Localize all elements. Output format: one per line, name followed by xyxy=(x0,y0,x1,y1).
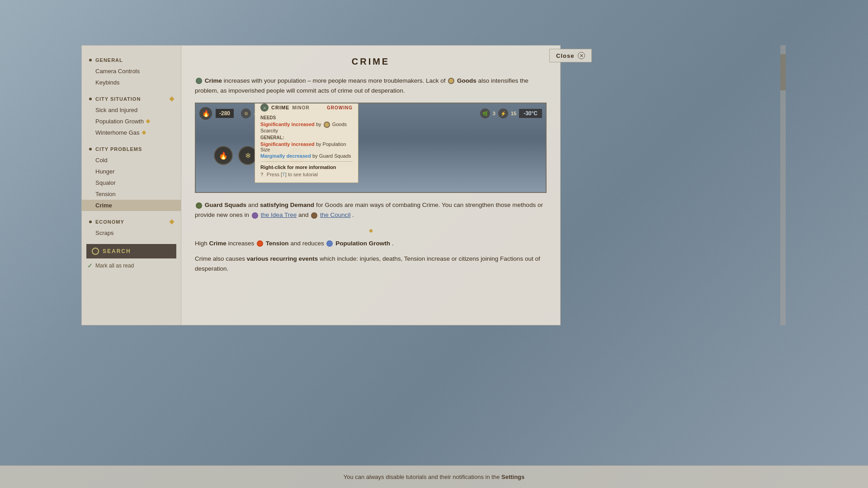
sidebar-section-header-general: GENERAL xyxy=(82,55,181,66)
bullet-icon-2 xyxy=(89,98,92,100)
crime-tutorial-text: ? Press [T] to see tutorial xyxy=(260,172,353,177)
sidebar-scrollbar[interactable] xyxy=(780,45,786,325)
bottom-text-pre: You can always disable tutorials and the… xyxy=(344,474,500,480)
crime-sig-increased-2: Significantly increased xyxy=(260,141,315,147)
hud-icons-right: 🌿 3 ⚡ 15 -30°C xyxy=(480,108,542,118)
page-title: CRIME xyxy=(195,56,547,67)
hud-icon2: ⚡ xyxy=(498,108,508,118)
sidebar-section-general: GENERAL Camera Controls Keybinds xyxy=(82,55,181,88)
crime-word-body2: Crime xyxy=(209,240,226,247)
question-icon: ? xyxy=(260,172,264,177)
crime-tooltip-panel: ⚔ CRIME MINOR GROWING NEEDS Significantl… xyxy=(255,103,359,183)
sidebar-item-hunger[interactable]: Hunger xyxy=(82,166,181,177)
body2-increases: increases xyxy=(228,240,256,247)
body2-pre: High xyxy=(195,240,209,247)
crime-label: Crime xyxy=(95,202,112,209)
close-button[interactable]: Close ✕ xyxy=(549,49,592,62)
bottom-bar-text: You can always disable tutorials and the… xyxy=(344,474,525,480)
bullet-icon-3 xyxy=(89,148,92,150)
hud-flame-value: -280 xyxy=(216,109,234,118)
hud-topbar: 🔥 -280 ⚙ -63 💀 -69 🌿 3 ⚡ 15 -30°C xyxy=(199,107,542,120)
body-paragraph-3: Crime also causes various recurring even… xyxy=(195,254,547,274)
sidebar-item-population-growth[interactable]: Population Growth xyxy=(82,116,181,127)
hud-temperature: -30°C xyxy=(519,109,542,118)
city-situation-label: CITY SITUATION xyxy=(95,96,141,102)
game-screenshot: 🔥 -280 ⚙ -63 💀 -69 🌿 3 ⚡ 15 -30°C xyxy=(195,103,547,193)
city-problems-label: CITY PROBLEMS xyxy=(95,146,142,152)
sidebar: GENERAL Camera Controls Keybinds CITY SI… xyxy=(82,46,181,325)
sidebar-section-header-city-problems: CITY PROBLEMS xyxy=(82,144,181,155)
body3-events-word: various recurring events xyxy=(247,255,318,262)
search-label: SEARCH xyxy=(103,248,131,254)
mark-all-read-button[interactable]: ✓ Mark all as read xyxy=(82,258,181,273)
tutorial-press: Press [ xyxy=(267,172,282,177)
crime-tooltip-status: GROWING xyxy=(327,105,353,110)
tutorial-key: T xyxy=(282,172,285,177)
hud-btn-1[interactable]: 🔥 xyxy=(214,146,233,165)
body1-for-goods: for Goods are main ways of combating Cri… xyxy=(195,202,543,218)
close-label: Close xyxy=(556,52,574,59)
idea-tree-link[interactable]: the Idea Tree xyxy=(261,211,297,218)
sidebar-item-cold[interactable]: Cold xyxy=(82,155,181,166)
crime-needs-row: Significantly increased by Goods Scarcit… xyxy=(260,122,353,133)
settings-link[interactable]: Settings xyxy=(501,474,524,480)
intro-paragraph: Crime increases with your population – m… xyxy=(195,76,547,95)
crime-general-label: GENERAL: xyxy=(260,135,353,140)
crime-tooltip-icon: ⚔ xyxy=(260,103,269,112)
guard-squads-icon xyxy=(196,202,202,209)
crime-tooltip-minor: MINOR xyxy=(292,105,309,110)
sidebar-item-sick-injured[interactable]: Sick and Injured xyxy=(82,104,181,116)
body2-and-reduces: and reduces xyxy=(290,240,326,247)
sidebar-item-crime[interactable]: Crime xyxy=(82,200,181,211)
body3-text-pre: Crime also causes xyxy=(195,255,247,262)
crime-tooltip-label: CRIME xyxy=(271,105,289,110)
hud-stat1-icon: ⚙ xyxy=(241,108,251,118)
idea-tree-icon xyxy=(252,212,258,219)
search-bar[interactable]: SEARCH xyxy=(86,244,176,258)
hud-icon1: 🌿 xyxy=(480,108,490,118)
body1-and2: and xyxy=(298,211,310,218)
guard-squads-word: Guard Squads xyxy=(205,202,246,208)
goods-icon-intro xyxy=(448,78,454,84)
population-growth-icon xyxy=(326,240,333,247)
body-paragraph-2: High Crime increases Tension and reduces… xyxy=(195,239,547,249)
body1-period: . xyxy=(352,211,354,218)
crime-needs-by: by xyxy=(316,122,323,127)
hunger-label: Hunger xyxy=(95,168,115,175)
bullet-icon-4 xyxy=(89,221,92,223)
sidebar-item-winterhome-gas[interactable]: Winterhome Gas xyxy=(82,127,181,138)
crime-needs-label: NEEDS xyxy=(260,115,353,120)
population-growth-diamond xyxy=(146,119,151,124)
sick-injured-label: Sick and Injured xyxy=(95,107,137,113)
camera-controls-label: Camera Controls xyxy=(95,68,140,75)
economy-label: ECONOMY xyxy=(95,219,124,225)
winterhome-gas-diamond xyxy=(142,131,146,135)
sidebar-item-tension[interactable]: Tension xyxy=(82,188,181,200)
sidebar-item-scraps[interactable]: Scraps xyxy=(82,227,181,239)
crime-marg-decreased: Marginally decreased xyxy=(260,153,311,159)
sidebar-item-squalor[interactable]: Squalor xyxy=(82,177,181,188)
search-icon xyxy=(92,248,99,255)
main-panel: GENERAL Camera Controls Keybinds CITY SI… xyxy=(81,45,561,325)
sidebar-section-city-problems: CITY PROBLEMS Cold Hunger Squalor Tensio… xyxy=(82,144,181,211)
hud-flame-icon: 🔥 xyxy=(199,107,212,120)
body2-period: . xyxy=(392,240,394,247)
scraps-label: Scraps xyxy=(95,230,113,236)
keybinds-label: Keybinds xyxy=(95,79,119,86)
mark-all-read-label: Mark all as read xyxy=(95,263,134,269)
sidebar-section-economy: ECONOMY Scraps xyxy=(82,216,181,239)
crime-sig-increased: Significantly increased xyxy=(260,122,315,127)
divider xyxy=(195,226,547,234)
crime-tooltip-header: ⚔ CRIME MINOR GROWING xyxy=(260,103,353,112)
sidebar-item-keybinds[interactable]: Keybinds xyxy=(82,77,181,88)
sidebar-section-header-economy: ECONOMY xyxy=(82,216,181,227)
tension-icon xyxy=(257,240,263,247)
council-link[interactable]: the Council xyxy=(320,211,351,218)
sidebar-item-camera-controls[interactable]: Camera Controls xyxy=(82,66,181,77)
bullet-icon xyxy=(89,59,92,61)
main-content: CRIME Crime increases with your populati… xyxy=(181,46,560,325)
sidebar-scroll-thumb[interactable] xyxy=(780,54,786,90)
crime-intro-icon xyxy=(196,78,202,84)
goods-word: Goods xyxy=(457,77,476,84)
crime-goods-icon xyxy=(324,122,330,128)
